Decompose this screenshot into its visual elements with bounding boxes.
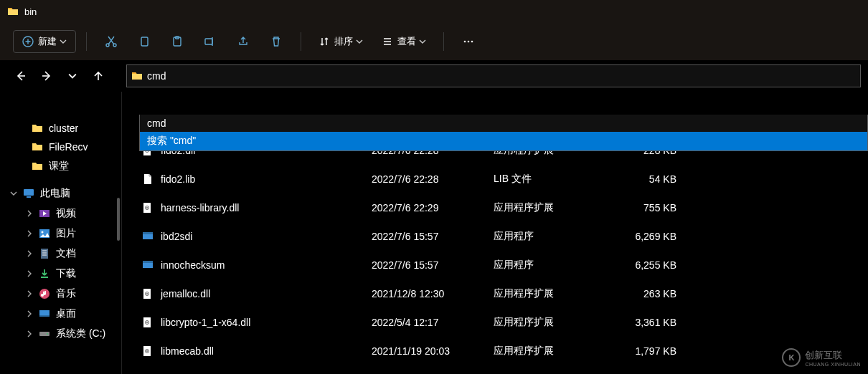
sort-button[interactable]: 排序 — [311, 31, 370, 52]
delete-button[interactable] — [262, 29, 291, 54]
sidebar-item-label: FileRecv — [49, 141, 88, 153]
svg-point-2 — [113, 44, 116, 47]
sidebar-item-label: 课堂 — [49, 160, 69, 173]
new-button-label: 新建 — [38, 35, 57, 48]
file-name: ibd2sdi — [161, 231, 192, 242]
up-button[interactable] — [92, 69, 105, 82]
file-type-icon — [142, 173, 155, 185]
file-date: 2022/7/6 15:57 — [372, 259, 494, 271]
chevron-right-icon — [26, 330, 34, 337]
file-size: 755 KB — [612, 202, 691, 214]
rename-icon — [204, 35, 217, 48]
file-size: 6,269 KB — [612, 231, 691, 242]
chevron-right-icon — [26, 210, 34, 217]
view-button[interactable]: 查看 — [374, 31, 433, 52]
sidebar-item-this-pc[interactable]: 此电脑 — [0, 183, 121, 203]
folder-icon — [32, 123, 43, 134]
sidebar-item-videos[interactable]: 视频 — [0, 203, 121, 224]
file-name: fido2.lib — [161, 173, 195, 185]
new-button[interactable]: 新建 — [13, 30, 76, 53]
file-row[interactable]: libmecab.dll2021/11/19 20:03应用程序扩展1,797 … — [122, 337, 868, 365]
svg-rect-18 — [39, 315, 49, 317]
file-row[interactable]: ibd2sdi2022/7/6 15:57应用程序6,269 KB — [122, 222, 868, 251]
watermark-brand: 创新互联 — [805, 349, 861, 362]
nav-arrows — [7, 69, 112, 82]
file-row[interactable]: fido2.lib2022/7/6 22:28LIB 文件54 KB — [122, 165, 868, 193]
file-type-icon — [142, 259, 155, 271]
file-size: 54 KB — [612, 173, 691, 185]
more-button[interactable] — [454, 29, 483, 54]
file-row[interactable]: innochecksum2022/7/6 15:57应用程序6,255 KB — [122, 251, 868, 279]
scissors-icon — [105, 35, 118, 48]
back-button[interactable] — [14, 69, 27, 82]
file-date: 2022/7/6 22:29 — [372, 202, 494, 214]
file-row[interactable]: harness-library.dll2022/7/6 22:29应用程序扩展7… — [122, 193, 868, 222]
svg-point-8 — [468, 41, 470, 43]
sidebar-item-label: cluster — [49, 123, 78, 134]
sidebar-item-desktop[interactable]: 桌面 — [0, 304, 121, 324]
sort-icon — [319, 36, 330, 47]
document-icon — [39, 248, 50, 259]
desktop-icon — [39, 308, 50, 320]
copy-button[interactable] — [130, 29, 159, 54]
trash-icon — [270, 35, 283, 48]
file-type-icon — [142, 231, 155, 242]
file-date: 2022/7/6 15:57 — [372, 231, 494, 242]
window-title: bin — [24, 6, 37, 17]
file-row[interactable]: libcrypto-1_1-x64.dll2022/5/4 12:17应用程序扩… — [122, 308, 868, 337]
svg-point-14 — [42, 231, 44, 234]
file-name: libcrypto-1_1-x64.dll — [161, 317, 250, 328]
sidebar-item-system-drive[interactable]: 系统类 (C:) — [0, 324, 121, 344]
address-bar[interactable]: cmd — [126, 64, 861, 87]
rename-button[interactable] — [196, 29, 225, 54]
svg-point-39 — [146, 350, 148, 352]
file-size: 6,255 KB — [612, 259, 691, 271]
folder-icon — [32, 160, 43, 172]
separator — [86, 32, 87, 51]
sidebar-item-class[interactable]: 课堂 — [0, 156, 121, 176]
sidebar: cluster FileRecv 课堂 此电脑 视频 图片 — [0, 92, 122, 374]
chevron-down-icon — [10, 190, 19, 197]
forward-button[interactable] — [40, 69, 53, 82]
sidebar-item-label: 音乐 — [56, 287, 76, 300]
sidebar-item-cluster[interactable]: cluster — [0, 119, 121, 138]
file-date: 2022/5/4 12:17 — [372, 317, 494, 328]
chevron-right-icon — [26, 310, 34, 317]
file-type: 应用程序 — [494, 259, 612, 272]
share-icon — [237, 35, 250, 48]
file-type: LIB 文件 — [494, 173, 612, 186]
sidebar-item-downloads[interactable]: 下载 — [0, 264, 121, 284]
file-type: 应用程序扩展 — [494, 316, 612, 329]
sidebar-item-label: 视频 — [56, 207, 76, 220]
sidebar-item-music[interactable]: 音乐 — [0, 284, 121, 304]
paste-button[interactable] — [163, 29, 192, 54]
svg-point-36 — [146, 322, 148, 323]
file-row[interactable]: jemalloc.dll2021/12/8 12:30应用程序扩展263 KB — [122, 279, 868, 308]
share-button[interactable] — [229, 29, 258, 54]
sidebar-item-pictures[interactable]: 图片 — [0, 224, 121, 244]
file-type-icon — [142, 345, 155, 357]
cut-button[interactable] — [97, 29, 126, 54]
sidebar-item-filerecv[interactable]: FileRecv — [0, 138, 121, 156]
sidebar-item-label: 文档 — [56, 247, 76, 260]
file-type: 应用程序扩展 — [494, 345, 612, 358]
file-size: 1,797 KB — [612, 345, 691, 357]
dropdown-item-cmd[interactable]: cmd — [140, 115, 867, 132]
file-name: jemalloc.dll — [161, 288, 210, 299]
recent-button[interactable] — [66, 69, 79, 82]
sort-label: 排序 — [334, 35, 353, 48]
folder-icon — [32, 141, 43, 153]
file-size: 3,361 KB — [612, 317, 691, 328]
navigation-row: cmd — [0, 60, 868, 92]
chevron-right-icon — [26, 230, 34, 237]
download-icon — [39, 268, 50, 279]
chevron-right-icon — [26, 270, 34, 277]
folder-icon — [131, 70, 143, 82]
scrollbar-thumb[interactable] — [117, 198, 120, 241]
sidebar-item-documents[interactable]: 文档 — [0, 244, 121, 264]
dropdown-item-search[interactable]: 搜索 "cmd" — [140, 132, 867, 150]
file-date: 2022/7/6 22:28 — [372, 173, 494, 185]
music-icon — [39, 288, 50, 299]
drive-icon — [39, 328, 50, 340]
file-type-icon — [142, 288, 155, 299]
